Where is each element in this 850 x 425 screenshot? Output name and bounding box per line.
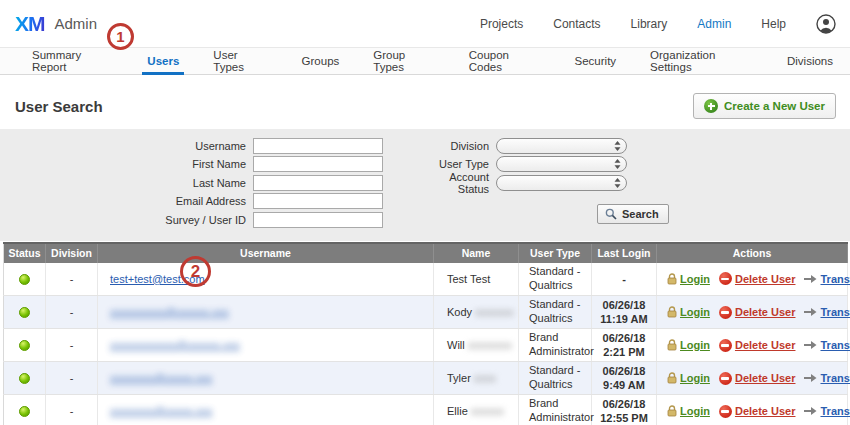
delete-user-link[interactable]: Delete User — [735, 339, 796, 351]
form-col-left: Username First Name Last Name Email Addr… — [0, 138, 425, 231]
username-input[interactable] — [253, 138, 383, 154]
user-type-label: User Type — [425, 158, 496, 170]
division-cell: - — [46, 329, 98, 362]
tab-group-types[interactable]: Group Types — [356, 48, 451, 74]
minus-circle-icon — [719, 272, 732, 285]
user-search-form: Username First Name Last Name Email Addr… — [0, 129, 850, 241]
name-redacted: xxxxxxxx — [468, 339, 512, 351]
username-label: Username — [0, 140, 253, 152]
survey-user-id-label: Survey / User ID — [0, 214, 253, 226]
arrow-right-icon — [804, 406, 817, 416]
last-login-cell: 06/26/189:49 AM — [592, 362, 657, 395]
tab-security[interactable]: Security — [558, 48, 634, 74]
email-address-label: Email Address — [0, 195, 253, 207]
brand: XM Admin — [15, 12, 97, 36]
username-link[interactable]: xxxxxxxxxx@xxxxxx.xxx — [110, 306, 229, 318]
nav-contacts[interactable]: Contacts — [553, 17, 600, 31]
lock-icon — [667, 339, 677, 351]
first-name-label: First Name — [0, 158, 253, 170]
delete-user-link[interactable]: Delete User — [735, 273, 796, 285]
lock-icon — [667, 273, 677, 285]
tab-organization-settings[interactable]: Organization Settings — [633, 48, 770, 74]
user-avatar-icon[interactable] — [816, 14, 836, 34]
table-row: - test+test@test.com Test Test Standard … — [4, 263, 848, 296]
last-name-label: Last Name — [0, 177, 253, 189]
arrow-right-icon — [804, 373, 817, 383]
delete-user-link[interactable]: Delete User — [735, 372, 796, 384]
login-link[interactable]: Login — [680, 306, 710, 318]
tab-summary-report[interactable]: Summary Report — [15, 48, 130, 74]
nav-projects[interactable]: Projects — [480, 17, 523, 31]
select-updown-icon — [614, 141, 621, 151]
tab-user-types[interactable]: User Types — [196, 48, 284, 74]
nav-admin[interactable]: Admin — [697, 17, 731, 31]
name-cell: Ellie — [447, 405, 468, 417]
admin-tab-bar: Summary Report Users User Types Groups G… — [0, 47, 850, 75]
form-col-right: Division User Type Account Status — [425, 138, 850, 231]
tab-coupon-codes[interactable]: Coupon Codes — [452, 48, 558, 74]
email-address-input[interactable] — [253, 193, 383, 209]
name-redacted: xxxxxx — [471, 405, 504, 417]
nav-library[interactable]: Library — [631, 17, 668, 31]
search-button[interactable]: Search — [597, 204, 669, 224]
division-cell: - — [46, 395, 98, 425]
top-nav: Projects Contacts Library Admin Help — [480, 14, 836, 34]
account-status-select[interactable] — [496, 175, 627, 191]
transfer-surveys-link[interactable]: Transfer Surveys — [820, 306, 850, 318]
division-cell: - — [46, 362, 98, 395]
nav-help[interactable]: Help — [761, 17, 786, 31]
username-link[interactable]: xxxxxxxx@xxxxx.xxx — [110, 372, 212, 384]
delete-user-link[interactable]: Delete User — [735, 306, 796, 318]
username-link[interactable]: xxxxxxxx@xxxxx.xxx — [110, 405, 212, 417]
name-cell: Tyler — [447, 372, 471, 384]
last-login-cell: 06/26/1812:55 PM — [592, 395, 657, 425]
tab-divisions[interactable]: Divisions — [770, 48, 850, 74]
minus-circle-icon — [719, 306, 732, 319]
transfer-surveys-link[interactable]: Transfer Surveys — [820, 405, 850, 417]
survey-user-id-input[interactable] — [253, 212, 383, 228]
tab-groups[interactable]: Groups — [285, 48, 357, 74]
arrow-right-icon — [804, 340, 817, 350]
page-title: User Search — [15, 98, 103, 115]
login-link[interactable]: Login — [680, 372, 710, 384]
select-updown-icon — [614, 178, 621, 188]
col-header-division: Division — [46, 243, 98, 263]
division-select[interactable] — [496, 138, 627, 154]
delete-user-link[interactable]: Delete User — [735, 405, 796, 417]
last-login-cell: 06/26/182:21 PM — [592, 329, 657, 362]
table-row: - xxxxxxxxxx@xxxxxx.xxx Kodyxxxxxxx Stan… — [4, 296, 848, 329]
plus-circle-icon — [704, 99, 718, 113]
minus-circle-icon — [719, 339, 732, 352]
select-updown-icon — [614, 159, 621, 169]
col-header-name: Name — [434, 243, 519, 263]
division-cell: - — [46, 263, 98, 296]
arrow-right-icon — [804, 307, 817, 317]
table-row: - xxxxxxxxxxxx@xxxxxx.xxx Willxxxxxxxx B… — [4, 329, 848, 362]
name-cell: Kody — [447, 306, 472, 318]
table-row: - xxxxxxxx@xxxxx.xxx Elliexxxxxx Brand A… — [4, 395, 848, 425]
division-label: Division — [425, 140, 496, 152]
create-new-user-button[interactable]: Create a New User — [693, 93, 836, 119]
status-active-icon — [19, 406, 30, 417]
last-name-input[interactable] — [253, 175, 383, 191]
division-cell: - — [46, 296, 98, 329]
minus-circle-icon — [719, 405, 732, 418]
lock-icon — [667, 306, 677, 318]
minus-circle-icon — [719, 372, 732, 385]
login-link[interactable]: Login — [680, 405, 710, 417]
transfer-surveys-link[interactable]: Transfer Surveys — [820, 273, 850, 285]
tab-users[interactable]: Users — [130, 48, 196, 74]
transfer-surveys-link[interactable]: Transfer Surveys — [820, 339, 850, 351]
username-link[interactable]: xxxxxxxxxxxx@xxxxxx.xxx — [110, 339, 240, 351]
table-header-row: Status Division Username Name User Type … — [4, 243, 848, 263]
name-redacted: xxxx — [474, 372, 496, 384]
login-link[interactable]: Login — [680, 273, 710, 285]
magnifier-icon — [605, 208, 617, 220]
user-type-cell: Standard - Qualtrics — [519, 263, 592, 296]
account-status-label: Account Status — [425, 171, 496, 195]
transfer-surveys-link[interactable]: Transfer Surveys — [820, 372, 850, 384]
last-login-cell: - — [592, 263, 657, 296]
user-type-select[interactable] — [496, 156, 627, 172]
first-name-input[interactable] — [253, 156, 383, 172]
login-link[interactable]: Login — [680, 339, 710, 351]
